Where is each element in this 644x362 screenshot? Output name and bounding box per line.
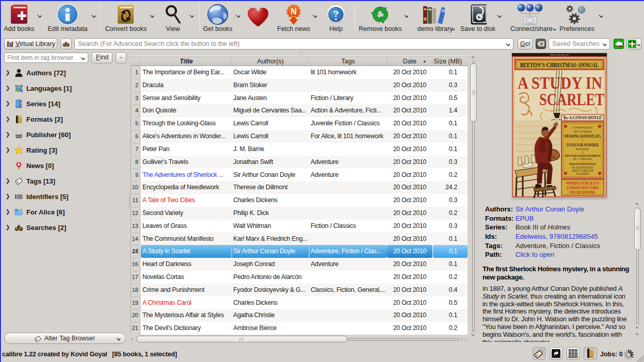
svg-text:LONDON·NEW·YORK: LONDON·NEW·YORK: [567, 186, 599, 190]
svg-text:Two Original: Two Original: [573, 129, 591, 133]
svg-text:A STUDY IN: A STUDY IN: [518, 74, 602, 92]
svg-text:AND·MELBOURNE·: AND·MELBOURNE·: [569, 190, 596, 195]
svg-text:By C.J.Hamilton: By C.J.Hamilton: [573, 157, 592, 160]
svg-text:?: ?: [333, 9, 339, 19]
svg-text:SCARLET: SCARLET: [539, 90, 604, 109]
svg-text:With ENGRAVINGS: With ENGRAVINGS: [569, 162, 596, 166]
svg-text:DRAWING ROOM PLAYS: DRAWING ROOM PLAYS: [565, 134, 601, 139]
svg-text:PRICE ONE SHILLING: PRICE ONE SHILLING: [550, 54, 569, 56]
svg-text:BEETON’S·CHRISTMAS·ANNUAL: BEETON’S·CHRISTMAS·ANNUAL: [520, 61, 599, 69]
svg-text:R.ANDRÉ: R.ANDRÉ: [576, 172, 589, 175]
svg-text:N: N: [291, 7, 297, 16]
svg-text:1: 1: [582, 139, 584, 142]
svg-text:2: 2: [582, 151, 584, 154]
svg-text:Containing also: Containing also: [573, 126, 593, 129]
svg-text:WARD·LOCK & CO: WARD·LOCK & CO: [566, 180, 599, 186]
svg-text:By·A.CONAN·DOYLE: By·A.CONAN·DOYLE: [564, 116, 602, 120]
svg-text:FOOD FOR POWDER: FOOD FOR POWDER: [567, 143, 599, 147]
